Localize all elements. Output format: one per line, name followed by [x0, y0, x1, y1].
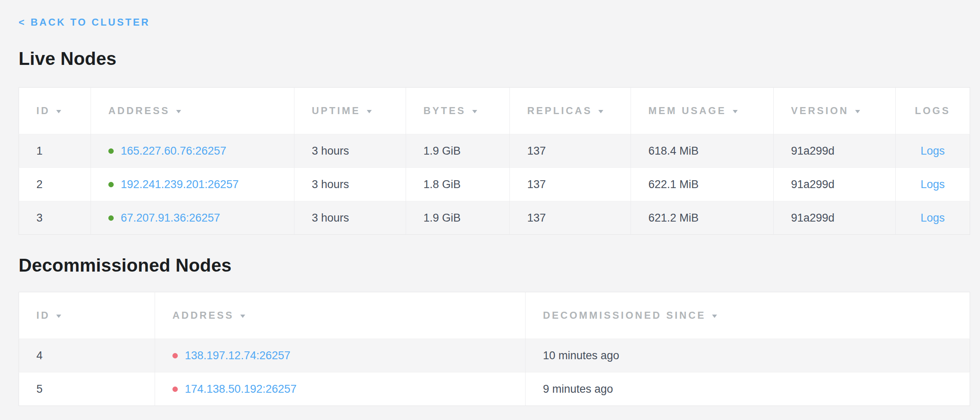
- decommissioned-since-cell: 9 minutes ago: [526, 372, 970, 406]
- node-address-cell: 165.227.60.76:26257: [91, 134, 294, 168]
- node-address-link[interactable]: 174.138.50.192:26257: [185, 383, 296, 395]
- column-header-uptime[interactable]: UPTIME: [294, 88, 406, 134]
- logs-link[interactable]: Logs: [920, 212, 945, 224]
- column-header-address[interactable]: ADDRESS: [91, 88, 294, 134]
- node-address-link[interactable]: 67.207.91.36:26257: [121, 212, 220, 224]
- node-logs-cell: Logs: [896, 201, 970, 235]
- decommissioned-status-dot-icon: [172, 353, 178, 358]
- node-version-cell: 91a299d: [774, 201, 896, 235]
- column-header-label: BYTES: [423, 105, 466, 116]
- sort-arrow-icon: [56, 315, 61, 318]
- live-status-dot-icon: [108, 182, 114, 187]
- sort-arrow-icon: [712, 315, 717, 318]
- column-header-bytes[interactable]: BYTES: [406, 88, 510, 134]
- sort-arrow-icon: [855, 110, 860, 113]
- node-replicas-cell: 137: [510, 201, 631, 235]
- node-bytes-cell: 1.8 GiB: [406, 168, 510, 201]
- node-version-cell: 91a299d: [774, 168, 896, 201]
- sort-arrow-icon: [176, 110, 181, 113]
- node-uptime-cell: 3 hours: [294, 201, 406, 235]
- column-header-address[interactable]: ADDRESS: [155, 292, 526, 339]
- column-header-id[interactable]: ID: [19, 88, 91, 134]
- column-header-label: LOGS: [915, 105, 950, 116]
- live-node-row: 1 165.227.60.76:26257 3 hours 1.9 GiB 13…: [19, 134, 970, 168]
- live-nodes-title: Live Nodes: [19, 49, 970, 69]
- sort-arrow-icon: [472, 110, 477, 113]
- live-status-dot-icon: [108, 148, 114, 154]
- node-address-link[interactable]: 138.197.12.74:26257: [185, 349, 290, 362]
- sort-arrow-icon: [240, 315, 245, 318]
- sort-arrow-icon: [367, 110, 372, 113]
- live-node-row: 3 67.207.91.36:26257 3 hours 1.9 GiB 137…: [19, 201, 970, 235]
- decommissioned-nodes-header-row: ID ADDRESS DECOMMISSIONED SINCE: [19, 292, 970, 339]
- node-address-cell: 174.138.50.192:26257: [155, 372, 526, 406]
- back-to-cluster-link[interactable]: <BACK TO CLUSTER: [19, 17, 150, 28]
- chevron-left-icon: <: [19, 17, 26, 28]
- node-version-cell: 91a299d: [774, 134, 896, 168]
- column-header-replicas[interactable]: REPLICAS: [510, 88, 631, 134]
- back-to-cluster-label: BACK TO CLUSTER: [31, 17, 150, 28]
- decommissioned-nodes-table: ID ADDRESS DECOMMISSIONED SINCE 4 138.19…: [19, 292, 970, 406]
- column-header-label: ADDRESS: [172, 310, 234, 321]
- node-id-cell: 2: [19, 168, 91, 201]
- live-node-row: 2 192.241.239.201:26257 3 hours 1.8 GiB …: [19, 168, 970, 201]
- node-uptime-cell: 3 hours: [294, 168, 406, 201]
- column-header-label: ID: [36, 310, 50, 321]
- column-header-label: DECOMMISSIONED SINCE: [543, 310, 706, 321]
- node-address-link[interactable]: 165.227.60.76:26257: [121, 145, 226, 157]
- column-header-decommissioned-since[interactable]: DECOMMISSIONED SINCE: [526, 292, 970, 339]
- node-mem-usage-cell: 622.1 MiB: [631, 168, 774, 201]
- node-bytes-cell: 1.9 GiB: [406, 134, 510, 168]
- live-status-dot-icon: [108, 215, 114, 221]
- node-id-cell: 5: [19, 372, 155, 406]
- column-header-logs: LOGS: [896, 88, 970, 134]
- node-logs-cell: Logs: [896, 134, 970, 168]
- sort-arrow-icon: [733, 110, 738, 113]
- node-uptime-cell: 3 hours: [294, 134, 406, 168]
- node-address-cell: 192.241.239.201:26257: [91, 168, 294, 201]
- node-mem-usage-cell: 618.4 MiB: [631, 134, 774, 168]
- column-header-mem-usage[interactable]: MEM USAGE: [631, 88, 774, 134]
- node-id-cell: 3: [19, 201, 91, 235]
- nodes-page: <BACK TO CLUSTER Live Nodes ID ADDRESS U…: [0, 0, 980, 406]
- column-header-version[interactable]: VERSION: [774, 88, 896, 134]
- sort-arrow-icon: [56, 110, 61, 113]
- column-header-label: MEM USAGE: [648, 105, 727, 116]
- decommissioned-since-cell: 10 minutes ago: [526, 339, 970, 372]
- node-mem-usage-cell: 621.2 MiB: [631, 201, 774, 235]
- node-address-cell: 138.197.12.74:26257: [155, 339, 526, 372]
- column-header-label: REPLICAS: [527, 105, 592, 116]
- logs-link[interactable]: Logs: [920, 178, 945, 191]
- column-header-label: ID: [36, 105, 50, 116]
- column-header-label: UPTIME: [312, 105, 361, 116]
- sort-arrow-icon: [598, 110, 603, 113]
- decommissioned-node-row: 5 174.138.50.192:26257 9 minutes ago: [19, 372, 970, 406]
- node-bytes-cell: 1.9 GiB: [406, 201, 510, 235]
- node-replicas-cell: 137: [510, 168, 631, 201]
- node-replicas-cell: 137: [510, 134, 631, 168]
- decommissioned-nodes-title: Decommissioned Nodes: [19, 255, 970, 275]
- column-header-label: ADDRESS: [108, 105, 170, 116]
- decommissioned-status-dot-icon: [172, 387, 178, 392]
- live-nodes-table: ID ADDRESS UPTIME BYTES REPLICAS MEM USA…: [19, 87, 970, 235]
- live-nodes-header-row: ID ADDRESS UPTIME BYTES REPLICAS MEM USA…: [19, 88, 970, 134]
- node-address-cell: 67.207.91.36:26257: [91, 201, 294, 235]
- decommissioned-node-row: 4 138.197.12.74:26257 10 minutes ago: [19, 339, 970, 372]
- column-header-label: VERSION: [791, 105, 849, 116]
- column-header-id[interactable]: ID: [19, 292, 155, 339]
- node-logs-cell: Logs: [896, 168, 970, 201]
- node-id-cell: 1: [19, 134, 91, 168]
- logs-link[interactable]: Logs: [920, 145, 945, 157]
- node-address-link[interactable]: 192.241.239.201:26257: [121, 178, 239, 191]
- node-id-cell: 4: [19, 339, 155, 372]
